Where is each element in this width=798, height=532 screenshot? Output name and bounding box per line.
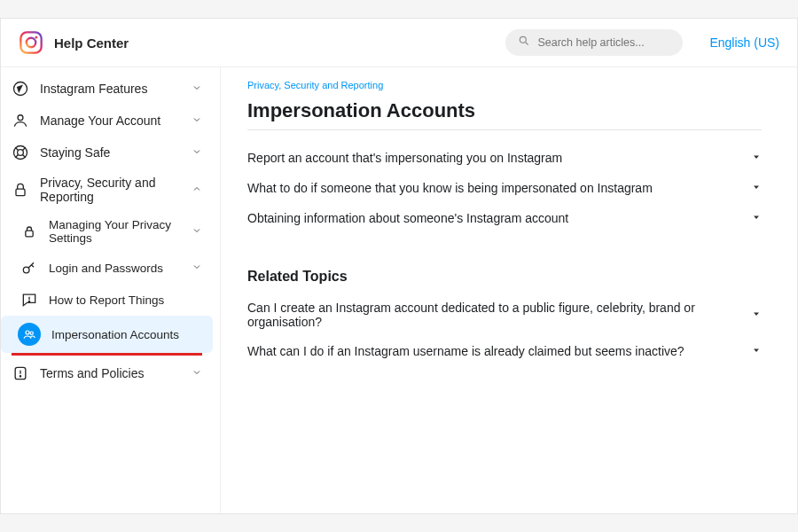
main-content: Privacy, Security and Reporting Imperson… — [221, 67, 797, 513]
svg-marker-6 — [18, 86, 22, 92]
person-icon — [12, 112, 29, 129]
sidebar-item-label: Impersonation Accounts — [51, 328, 202, 341]
svg-point-23 — [20, 376, 20, 377]
search-icon — [518, 35, 537, 51]
chevron-down-icon — [192, 81, 202, 97]
faq-question: Report an account that's impersonating y… — [247, 151, 562, 165]
life-ring-icon — [12, 144, 29, 161]
breadcrumb[interactable]: Privacy, Security and Reporting — [247, 80, 762, 90]
chevron-down-icon — [192, 260, 202, 276]
sidebar-item-label: Instagram Features — [40, 82, 181, 96]
svg-point-9 — [18, 150, 24, 156]
lock-icon — [12, 181, 29, 199]
divider — [247, 129, 762, 130]
compass-icon — [12, 80, 29, 98]
body: Instagram Features Manage Your Account S… — [1, 67, 797, 513]
sidebar-item-label: Manage Your Account — [40, 113, 181, 128]
sidebar-item-login-passwords[interactable]: Login and Passwords — [1, 252, 213, 284]
related-row[interactable]: What can I do if an Instagram username i… — [247, 336, 762, 366]
sidebar-item-staying-safe[interactable]: Staying Safe — [1, 137, 213, 168]
related-topics-title: Related Topics — [247, 269, 762, 285]
sidebar: Instagram Features Manage Your Account S… — [1, 67, 221, 513]
sidebar-item-label: Login and Passwords — [49, 262, 181, 275]
people-icon — [18, 323, 41, 346]
search-input[interactable] — [537, 36, 670, 49]
svg-line-11 — [23, 155, 26, 158]
chevron-down-icon — [192, 365, 202, 381]
faq-row[interactable]: Obtaining information about someone's In… — [247, 203, 762, 233]
sidebar-item-privacy-security[interactable]: Privacy, Security and Reporting — [1, 168, 213, 211]
svg-rect-15 — [26, 231, 33, 237]
svg-point-20 — [30, 332, 33, 334]
sidebar-item-label: Privacy, Security and Reporting — [40, 176, 181, 204]
related-row[interactable]: Can I create an Instagram account dedica… — [247, 293, 762, 336]
svg-marker-24 — [754, 156, 759, 160]
related-question: What can I do if an Instagram username i… — [247, 344, 685, 358]
faq-row[interactable]: Report an account that's impersonating y… — [247, 143, 762, 173]
faq-question: What to do if someone that you know is b… — [247, 181, 653, 195]
svg-point-2 — [35, 36, 37, 39]
faq-row[interactable]: What to do if someone that you know is b… — [247, 173, 762, 203]
svg-point-16 — [23, 267, 29, 273]
svg-rect-0 — [20, 32, 41, 52]
sidebar-item-label: How to Report Things — [49, 293, 202, 307]
sidebar-item-impersonation[interactable]: Impersonation Accounts — [1, 316, 213, 353]
svg-line-13 — [15, 155, 18, 158]
language-selector[interactable]: English (US) — [709, 35, 779, 50]
caret-down-icon — [751, 210, 762, 226]
svg-marker-28 — [754, 349, 759, 353]
lock-small-icon — [20, 223, 38, 240]
sidebar-item-terms-policies[interactable]: Terms and Policies — [1, 357, 213, 389]
svg-line-4 — [526, 43, 528, 45]
caret-down-icon — [751, 150, 762, 166]
svg-point-1 — [27, 38, 36, 48]
svg-line-10 — [15, 147, 18, 150]
svg-point-3 — [520, 36, 527, 43]
svg-marker-25 — [754, 186, 759, 190]
sidebar-item-label: Staying Safe — [40, 145, 181, 160]
sidebar-item-manage-account[interactable]: Manage Your Account — [1, 105, 213, 137]
sidebar-item-report-things[interactable]: How to Report Things — [1, 284, 213, 316]
svg-point-19 — [26, 331, 29, 334]
svg-point-18 — [28, 301, 29, 301]
caret-down-icon — [751, 180, 762, 196]
search-box[interactable] — [505, 29, 683, 56]
brand-title: Help Center — [54, 35, 129, 51]
chevron-down-icon — [192, 113, 202, 129]
svg-marker-27 — [754, 313, 759, 317]
svg-line-12 — [23, 147, 26, 150]
alert-icon — [12, 364, 29, 382]
instagram-logo-icon — [19, 30, 43, 55]
key-icon — [20, 259, 38, 277]
svg-marker-26 — [754, 216, 759, 220]
chevron-down-icon — [192, 223, 202, 239]
help-center-page: Help Center English (US) Instagram Featu… — [0, 18, 798, 514]
sidebar-item-label: Terms and Policies — [40, 366, 181, 380]
faq-question: Obtaining information about someone's In… — [247, 211, 568, 225]
caret-down-icon — [751, 307, 762, 323]
sidebar-subgroup: Managing Your Privacy Settings Login and… — [1, 211, 213, 356]
header: Help Center English (US) — [1, 19, 797, 67]
active-underline — [12, 353, 202, 356]
related-question: Can I create an Instagram account dedica… — [247, 301, 710, 329]
chat-alert-icon — [20, 291, 38, 309]
sidebar-item-privacy-settings[interactable]: Managing Your Privacy Settings — [1, 211, 213, 252]
chevron-down-icon — [192, 145, 202, 160]
svg-point-7 — [18, 115, 23, 121]
svg-rect-14 — [16, 189, 25, 196]
sidebar-item-label: Managing Your Privacy Settings — [49, 218, 181, 245]
chevron-up-icon — [192, 182, 202, 198]
sidebar-item-features[interactable]: Instagram Features — [1, 73, 213, 105]
page-title: Impersonation Accounts — [247, 99, 762, 122]
caret-down-icon — [751, 343, 762, 359]
